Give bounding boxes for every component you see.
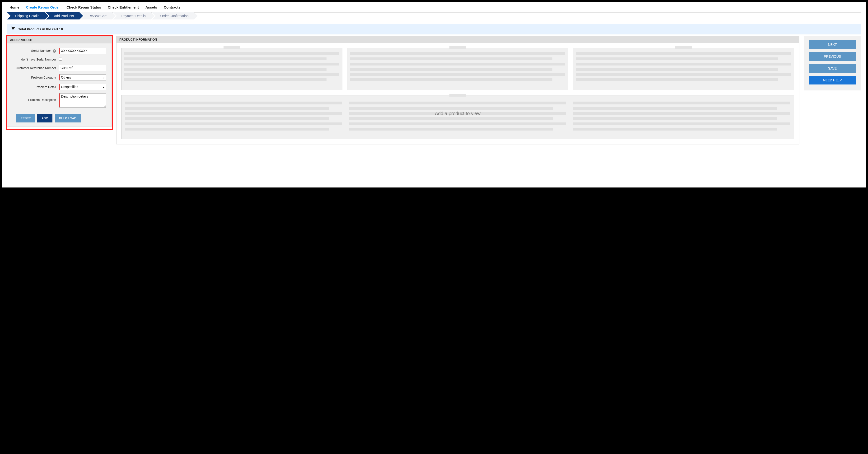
add-product-title: ADD PRODUCT (7, 36, 112, 43)
reset-button[interactable]: RESET (16, 114, 35, 122)
bulk-load-button[interactable]: BULK LOAD (55, 114, 81, 122)
product-info-placeholder-text: Add a product to view (435, 111, 480, 116)
cart-count-label: Total Products in the cart : 0 (18, 27, 63, 31)
add-product-panel: ADD PRODUCT Serial Number i (7, 36, 112, 126)
nav-check-repair-status[interactable]: Check Repair Status (66, 5, 101, 12)
product-info-title: PRODUCT INFORMATION (117, 36, 799, 43)
problem-detail-select[interactable]: Unspecified ⌄ (59, 84, 106, 90)
customer-ref-label: Customer Reference Number (9, 66, 59, 70)
nav-create-repair-order[interactable]: Create Repair Order (26, 5, 60, 12)
problem-category-label: Problem Category (9, 76, 59, 79)
problem-description-label: Problem Description (9, 93, 59, 101)
nav-contracts[interactable]: Contracts (164, 5, 180, 12)
step-payment-details[interactable]: Payment Details (113, 12, 151, 20)
product-info-panel: PRODUCT INFORMATION (116, 36, 799, 144)
no-serial-label: I don't have Serial Number (9, 58, 59, 61)
add-button[interactable]: ADD (37, 114, 52, 122)
step-add-products[interactable]: Add Products (46, 12, 80, 20)
placeholder-card (573, 48, 794, 90)
action-panel: NEXT PREVIOUS SAVE NEED HELP (804, 36, 861, 90)
placeholder-card (347, 48, 568, 90)
nav-assets[interactable]: Assets (146, 5, 157, 12)
add-product-highlight: ADD PRODUCT Serial Number i (6, 35, 113, 130)
nav-home[interactable]: Home (9, 5, 20, 12)
chevron-down-icon: ⌄ (101, 74, 106, 80)
top-nav: Home Create Repair Order Check Repair St… (7, 3, 861, 12)
workflow-steps: Shipping Details Add Products Review Car… (7, 12, 861, 20)
step-order-confirmation[interactable]: Order Confirmation (152, 12, 194, 20)
need-help-button[interactable]: NEED HELP (809, 76, 856, 85)
chevron-down-icon: ⌄ (101, 84, 106, 90)
problem-detail-value: Unspecified (60, 84, 101, 90)
previous-button[interactable]: PREVIOUS (809, 52, 856, 61)
problem-description-textarea[interactable] (59, 93, 106, 108)
serial-number-label: Serial Number i (9, 49, 59, 53)
next-button[interactable]: NEXT (809, 40, 856, 49)
no-serial-checkbox[interactable] (59, 57, 62, 61)
placeholder-card (121, 48, 342, 90)
cart-icon (11, 26, 16, 32)
step-shipping-details[interactable]: Shipping Details (7, 12, 45, 20)
problem-detail-label: Problem Detail (9, 85, 59, 89)
step-review-cart[interactable]: Review Cart (81, 12, 112, 20)
app-frame: Home Create Repair Order Check Repair St… (2, 2, 866, 187)
info-icon[interactable]: i (53, 49, 56, 53)
customer-ref-input[interactable] (59, 65, 106, 71)
problem-category-select[interactable]: Others ⌄ (59, 74, 106, 81)
placeholder-card (121, 95, 794, 139)
problem-category-value: Others (60, 74, 101, 80)
nav-check-entitlement[interactable]: Check Entitlement (108, 5, 139, 12)
serial-number-input[interactable] (59, 48, 106, 54)
save-button[interactable]: SAVE (809, 64, 856, 72)
cart-summary-bar: Total Products in the cart : 0 (7, 24, 861, 34)
